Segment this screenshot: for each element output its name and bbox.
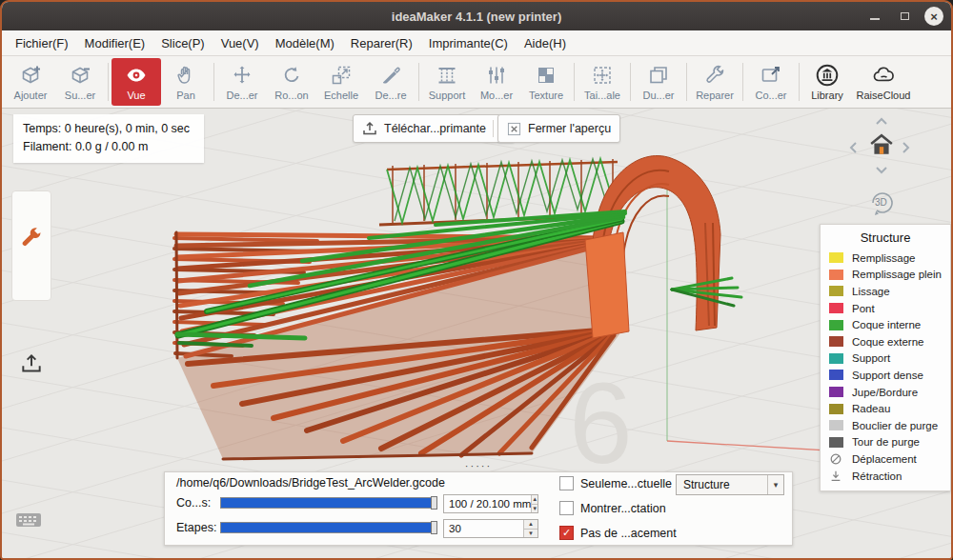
legend-item-label: Remplissage [852, 252, 915, 264]
toolbar-button-support[interactable]: Support [422, 58, 472, 106]
toolbar: Ajouter Su...er Vue Pan De...er Ro...on … [2, 56, 951, 109]
legend-item-support[interactable]: Support [821, 350, 950, 368]
toolbar-button-library[interactable]: Library [802, 58, 852, 106]
toolbar-button-vue[interactable]: Vue [112, 58, 161, 106]
show-annotation-checkbox[interactable]: ✓ Montrer...ctation [559, 501, 666, 515]
close-button[interactable]: × [924, 7, 943, 26]
steps-spinbox[interactable]: 30 ▲ ▼ [443, 519, 538, 538]
toolbar-button-ajouter[interactable]: Ajouter [6, 58, 55, 106]
menu-item-modele[interactable]: Modèle(M) [275, 36, 335, 50]
structure-dropdown[interactable]: Structure ▾ [676, 474, 784, 495]
toolbar-button-decoupe-libre[interactable]: De...re [366, 58, 416, 106]
menu-item-reparer[interactable]: Reparer(R) [351, 36, 413, 50]
view-3d-toggle[interactable]: 3D [867, 189, 898, 217]
retraction-icon [829, 470, 843, 483]
legend-item-remplissage[interactable]: Remplissage [821, 250, 950, 267]
toolbar-separator [742, 63, 743, 101]
upload-to-printer-button[interactable]: Téléchar...primante ▾ [353, 114, 515, 143]
toolbar-button-label: Ajouter [14, 90, 48, 101]
print-stats: Temps: 0 heure(s), 0 min, 0 sec Filament… [13, 114, 204, 163]
legend-item-label: Bouclier de purge [852, 420, 938, 431]
legend-item-coque-externe[interactable]: Coque externe [821, 333, 950, 350]
legend-item-coque-interne[interactable]: Coque interne [821, 316, 950, 333]
spin-down-button[interactable]: ▼ [532, 505, 537, 513]
no-travel-checkbox[interactable]: ✓ Pas de ...acement [559, 526, 677, 540]
legend-item-retraction[interactable]: Rétraction [821, 468, 950, 485]
modifier-icon [485, 63, 508, 88]
export-share-button[interactable] [19, 351, 44, 376]
spin-up-button[interactable]: ▲ [524, 520, 537, 530]
texture-icon [535, 63, 558, 88]
filament-usage: Filament: 0.0 g / 0.00 m [23, 138, 194, 156]
menu-item-modifier[interactable]: Modifier(E) [85, 36, 146, 50]
layers-spinbox[interactable]: 100 / 20.100 mm ▲ ▼ [443, 494, 538, 513]
cut-icon [760, 63, 782, 88]
legend-item-support-dense[interactable]: Support dense [821, 367, 950, 384]
toolbar-button-rotation[interactable]: Ro...on [267, 58, 316, 106]
toolbar-button-label: RaiseCloud [857, 90, 911, 101]
legend-item-remplissage-plein[interactable]: Remplissage plein [821, 267, 950, 284]
spin-down-button[interactable]: ▼ [524, 530, 537, 538]
toolbar-button-deplacer[interactable]: De...er [217, 58, 267, 106]
button-divider [493, 120, 494, 137]
legend-item-pont[interactable]: Pont [821, 300, 950, 317]
toolbar-button-supprimer[interactable]: Su...er [55, 58, 105, 106]
keyboard-icon[interactable] [15, 510, 42, 530]
view-3d-label: 3D [875, 197, 887, 208]
steps-slider[interactable] [220, 522, 437, 533]
minimize-button[interactable] [865, 7, 884, 26]
layers-slider-handle[interactable] [431, 496, 437, 510]
toolbar-button-raisecloud[interactable]: RaiseCloud [852, 58, 915, 106]
checkbox-box: ✓ [559, 526, 574, 540]
home-view-button[interactable] [869, 133, 894, 156]
settings-wrench-button[interactable] [19, 226, 44, 300]
steps-label: Etapes: [176, 521, 216, 534]
rotate-up-button[interactable] [875, 116, 888, 126]
rotate-down-button[interactable] [875, 166, 888, 175]
toolbar-button-modifier[interactable]: Mo...er [472, 58, 521, 106]
legend-item-label: Lissage [852, 286, 890, 297]
close-preview-button[interactable]: Fermer l'aperçu [497, 114, 620, 143]
menu-item-imprimante[interactable]: Imprimante(C) [429, 36, 508, 50]
upload-button-label: Téléchar...primante [384, 122, 486, 135]
legend-item-lissage[interactable]: Lissage [821, 283, 950, 300]
toolbar-button-pan[interactable]: Pan [161, 58, 211, 106]
eye-icon [125, 63, 148, 88]
spinner: ▲ ▼ [523, 520, 537, 537]
menu-item-vue[interactable]: Vue(V) [221, 36, 259, 50]
rotate-right-button[interactable] [902, 141, 911, 154]
toolbar-separator [686, 63, 687, 101]
scale-icon [330, 63, 353, 88]
panel-drag-handle[interactable]: ····· [165, 460, 792, 471]
layers-slider[interactable] [220, 497, 437, 509]
toolbar-button-label: Su...er [65, 90, 95, 101]
toolbar-button-label: Pan [176, 90, 195, 101]
menu-item-aide[interactable]: Aide(H) [524, 36, 566, 50]
menu-item-slice[interactable]: Slice(P) [161, 36, 205, 50]
move-icon [231, 63, 253, 88]
toolbar-button-reparer[interactable]: Reparer [690, 58, 740, 106]
steps-slider-handle[interactable] [431, 521, 437, 534]
add-model-icon [19, 63, 42, 88]
toolbar-button-dupliquer[interactable]: Du...er [634, 58, 683, 106]
view-navigation: 3D [844, 116, 919, 223]
maximize-button[interactable] [895, 7, 914, 26]
legend-item-bouclier-de-purge[interactable]: Bouclier de purge [821, 417, 950, 434]
toolbar-button-echelle[interactable]: Echelle [316, 58, 366, 106]
toolbar-button-taille-maximale[interactable]: Tai...ale [578, 58, 627, 106]
titlebar[interactable]: ideaMaker 4.1.1 (new printer) × [2, 2, 951, 30]
viewport-3d[interactable]: 6 [2, 109, 951, 558]
legend-item-label: Tour de purge [852, 436, 920, 448]
rotate-left-button[interactable] [848, 141, 858, 154]
toolbar-button-texture[interactable]: Texture [521, 58, 571, 106]
legend-title: Structure [821, 230, 950, 245]
legend-item-deplacement[interactable]: Déplacement [821, 450, 950, 468]
legend-item-radeau[interactable]: Radeau [821, 400, 950, 417]
spin-up-button[interactable]: ▲ [532, 495, 537, 505]
legend-color-swatch [829, 420, 843, 430]
only-current-layer-checkbox[interactable]: ✓ Seuleme...ctuelle [559, 476, 672, 490]
menu-item-fichier[interactable]: Fichier(F) [15, 36, 69, 50]
legend-item-tour-de-purge[interactable]: Tour de purge [821, 434, 950, 451]
legend-item-jupe-bordure[interactable]: Jupe/Bordure [821, 384, 950, 401]
toolbar-button-couper[interactable]: Co...er [746, 58, 796, 106]
